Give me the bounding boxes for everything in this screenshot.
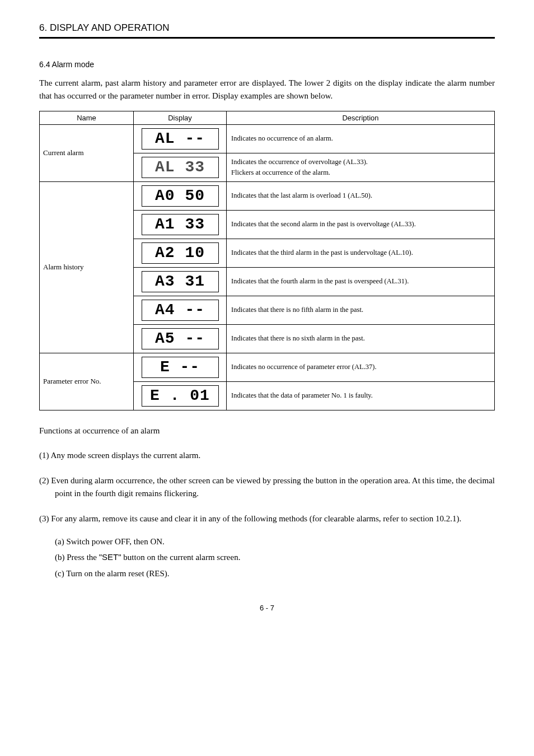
sub-item-b-pre: (b) Press the [55,553,99,562]
segment-display-text: E . 01 [150,387,210,404]
segment-display-text: A4 -- [155,301,205,319]
segment-display-box: E . 01 [142,385,219,407]
table-row: Current alarmAL --Indicates no occurrenc… [40,124,495,153]
function-item-3: (3) For any alarm, remove its cause and … [39,512,495,525]
segment-display-text: E -- [160,358,200,376]
segment-display-box: A2 10 [142,242,219,264]
segment-display-box: A4 -- [142,300,219,321]
sub-item-b-post: button on the current alarm screen. [121,553,241,562]
segment-display-box: AL 33 [142,157,219,178]
description-cell: Indicates that the second alarm in the p… [227,210,495,239]
sub-item-a: (a) Switch power OFF, then ON. [39,534,495,550]
description-cell: Indicates that the data of parameter No.… [227,381,495,410]
table-header-description: Description [227,111,495,124]
description-cell: Indicates that the last alarm is overloa… [227,181,495,210]
group-name-cell: Current alarm [40,124,134,181]
segment-display-box: A1 33 [142,214,219,235]
function-item-2: (2) Even during alarm occurrence, the ot… [39,474,495,501]
segment-display-text: AL 33 [155,158,205,176]
segment-display-box: A3 31 [142,271,219,292]
description-cell: Indicates that the fourth alarm in the p… [227,267,495,296]
table-header-display: Display [134,111,227,124]
description-cell: Indicates no occurrence of parameter err… [227,353,495,381]
display-cell: A4 -- [134,296,227,324]
table-row: Alarm historyA0 50Indicates that the las… [40,181,495,210]
function-item-1: (1) Any mode screen displays the current… [39,449,495,462]
display-cell: A1 33 [134,210,227,239]
intro-paragraph: The current alarm, past alarm history an… [39,77,495,103]
segment-display-box: E -- [142,357,219,378]
sub-item-c: (c) Turn on the alarm reset (RES). [39,566,495,582]
display-cell: AL 33 [134,153,227,181]
segment-display-text: A5 -- [155,330,205,347]
segment-display-box: A0 50 [142,185,219,207]
functions-heading: Functions at occurrence of an alarm [39,426,495,436]
segment-display-text: A3 31 [155,273,205,290]
set-button-label: "SET" [99,552,121,562]
group-name-cell: Parameter error No. [40,353,134,410]
description-cell: Indicates that there is no fifth alarm i… [227,296,495,324]
display-cell: A2 10 [134,239,227,267]
description-cell: Indicates the occurrence of overvoltage … [227,153,495,181]
segment-display-text: A0 50 [155,187,205,204]
display-cell: A5 -- [134,324,227,353]
segment-display-text: A1 33 [155,216,205,233]
sub-item-b: (b) Press the "SET" button on the curren… [39,549,495,566]
segment-display-text: A2 10 [155,244,205,262]
table-header-name: Name [40,111,134,124]
display-cell: A0 50 [134,181,227,210]
segment-display-text: AL -- [155,130,205,147]
page-number: 6 - 7 [39,604,495,612]
section-header: 6. DISPLAY AND OPERATION [39,22,495,39]
table-row: Parameter error No.E --Indicates no occu… [40,353,495,381]
display-cell: E . 01 [134,381,227,410]
group-name-cell: Alarm history [40,181,134,353]
display-cell: AL -- [134,124,227,153]
segment-display-box: A5 -- [142,328,219,349]
segment-display-box: AL -- [142,128,219,150]
alarm-table: Name Display Description Current alarmAL… [39,111,495,410]
sub-section-header: 6.4 Alarm mode [39,60,495,69]
description-cell: Indicates no occurrence of an alarm. [227,124,495,153]
display-cell: E -- [134,353,227,381]
display-cell: A3 31 [134,267,227,296]
description-cell: Indicates that the third alarm in the pa… [227,239,495,267]
description-cell: Indicates that there is no sixth alarm i… [227,324,495,353]
